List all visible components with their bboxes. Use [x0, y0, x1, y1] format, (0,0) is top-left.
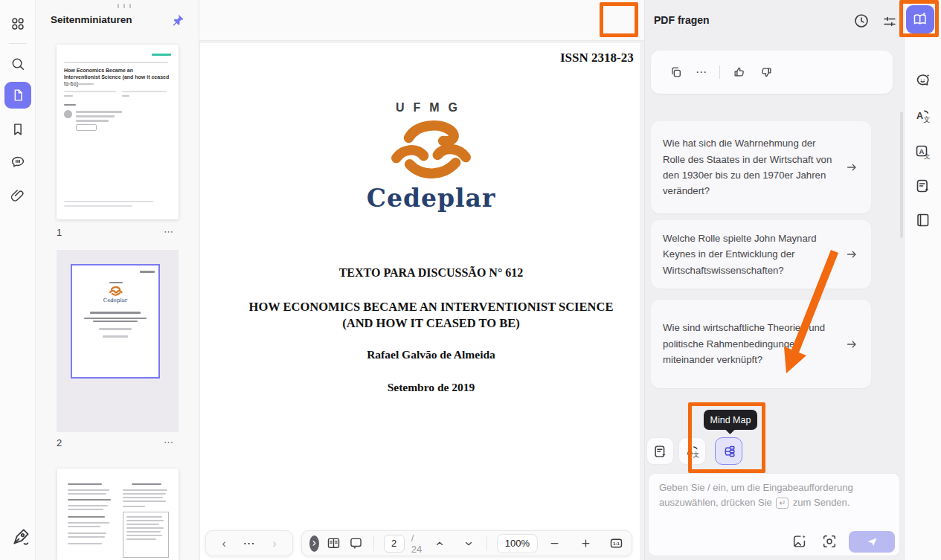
svg-text:文: 文: [924, 152, 931, 160]
thumbs-up-icon[interactable]: [732, 65, 747, 80]
panel-scrollbar[interactable]: [900, 112, 903, 238]
send-button[interactable]: [849, 531, 895, 553]
pdf-page[interactable]: ISSN 2318-23 UFMG Cedeplar TEXTO PARA DI…: [200, 43, 640, 560]
document-author: Rafael Galvão de Almeida: [222, 348, 640, 361]
sidebar-divider: [9, 43, 27, 44]
page-thumbnail-1[interactable]: How Economics Became an Interventionist …: [57, 45, 179, 219]
page-thumbnail-2-container[interactable]: Cedeplar: [57, 250, 179, 432]
page-thumbnail-3[interactable]: [57, 469, 179, 560]
document-university: UFMG: [222, 101, 640, 115]
page-down-icon[interactable]: [463, 538, 474, 549]
question-text: Welche Rolle spielte John Maynard Keynes…: [663, 231, 844, 278]
answer-actions-card: ⋯: [651, 51, 893, 94]
document-date: Setembro de 2019: [222, 381, 640, 394]
right-sidebar: A文 A文: [904, 0, 941, 560]
ai-chat-icon[interactable]: [914, 71, 932, 89]
actual-size-icon[interactable]: 1:1: [608, 535, 624, 551]
answer-more-icon[interactable]: ⋯: [696, 65, 707, 79]
zoom-in-icon[interactable]: [580, 538, 591, 549]
suggested-question-2[interactable]: Welche Rolle spielte John Maynard Keynes…: [651, 220, 871, 289]
svg-text:1:1: 1:1: [613, 541, 620, 546]
two-page-view-icon[interactable]: [326, 535, 341, 551]
cedeplar-logo: [222, 118, 640, 184]
thumb2-menu[interactable]: ⋯: [164, 437, 174, 448]
summarize-button[interactable]: [646, 437, 674, 465]
thumbnails-panel: Seitenminiaturen How Economics Became an…: [36, 0, 199, 560]
thumb1-menu[interactable]: ⋯: [164, 226, 174, 237]
arrow-right-icon[interactable]: [844, 337, 859, 352]
settings-sliders-icon[interactable]: [881, 13, 898, 30]
apps-grid-icon[interactable]: [4, 10, 31, 37]
nav-prev-icon[interactable]: ‹: [222, 538, 225, 550]
expand-toolbar-button[interactable]: [309, 535, 319, 552]
arrow-right-icon[interactable]: [844, 247, 859, 262]
sidebar-item-thumbnails[interactable]: [4, 82, 31, 109]
summarize-note-icon[interactable]: [914, 177, 932, 195]
attachments-icon[interactable]: [4, 182, 31, 209]
thumb2-page-number: 2: [57, 437, 62, 448]
page-number-input[interactable]: [384, 535, 405, 553]
thumbs-down-icon[interactable]: [759, 65, 774, 80]
mind-map-tooltip: Mind Map: [704, 410, 757, 430]
svg-text:A: A: [687, 446, 693, 455]
pen-icon[interactable]: [7, 524, 34, 550]
ask-pdf-panel: PDF fragen ⋯ Wie hat sich die Wahrnehmun…: [644, 0, 904, 560]
suggested-question-1[interactable]: Wie hat sich die Wahrnehmung der Rolle d…: [651, 121, 871, 213]
document-title-line1: HOW ECONOMICS BECAME AN INTERVENTIONIST …: [222, 300, 640, 315]
zoom-out-icon[interactable]: [549, 538, 560, 549]
document-logo-text: Cedeplar: [222, 184, 640, 213]
search-icon[interactable]: [4, 51, 31, 77]
prompt-input-box[interactable]: Geben Sie / ein, um die Eingabeaufforder…: [648, 473, 900, 556]
thumb2-logo-text: Cedeplar: [72, 297, 158, 303]
mind-map-button[interactable]: [715, 437, 742, 465]
comments-icon[interactable]: [4, 149, 31, 176]
thumb1-page-number: 1: [57, 227, 62, 238]
translate-button[interactable]: A文: [678, 437, 706, 465]
actions-divider: [719, 65, 720, 79]
svg-text:文: 文: [923, 115, 931, 123]
svg-text:文: 文: [693, 451, 699, 458]
page-thumbnail-2[interactable]: Cedeplar: [71, 264, 160, 379]
pin-icon[interactable]: [168, 10, 187, 30]
nav-more-icon[interactable]: ⋯: [243, 538, 256, 550]
thumbnails-panel-title: Seitenminiaturen: [51, 14, 132, 25]
page-nav-bar: ‹ ⋯ ›: [205, 530, 293, 556]
document-series: TEXTO PARA DISCUSSÃO N° 612: [222, 266, 640, 280]
bookmarks-icon[interactable]: [4, 116, 31, 143]
arrow-right-icon[interactable]: [844, 160, 859, 175]
screenshot-icon[interactable]: [821, 533, 838, 550]
add-image-icon[interactable]: [791, 533, 808, 550]
history-icon[interactable]: [852, 12, 870, 30]
toolbar-strip: [199, 0, 644, 41]
reader-book-icon[interactable]: [914, 211, 932, 229]
panel-drag-handle[interactable]: [118, 4, 131, 8]
nav-next-icon[interactable]: ›: [272, 538, 276, 550]
ask-pdf-toggle[interactable]: [906, 5, 934, 33]
translate-box-icon[interactable]: A文: [914, 143, 932, 161]
app-window: Seitenminiaturen How Economics Became an…: [0, 0, 941, 560]
left-sidebar: [0, 0, 36, 560]
page-up-icon[interactable]: [434, 538, 445, 549]
question-text: Wie hat sich die Wahrnehmung der Rolle d…: [663, 135, 844, 199]
view-controls-bar: / 24 100% 1:1: [301, 530, 632, 556]
enter-key-icon: ↵: [776, 498, 789, 509]
input-placeholder: Geben Sie / ein, um die Eingabeaufforder…: [659, 480, 890, 510]
svg-text:A: A: [916, 111, 923, 121]
document-title-line2: (AND HOW IT CEASED TO BE): [222, 316, 640, 331]
question-text: Wie sind wirtschaftliche Theorien und po…: [663, 320, 844, 367]
zoom-level-display[interactable]: 100%: [497, 534, 538, 553]
page-total-label: / 24: [411, 532, 422, 555]
copy-icon[interactable]: [669, 65, 684, 80]
presentation-mode-icon[interactable]: [348, 535, 364, 551]
panel-title: PDF fragen: [654, 14, 710, 26]
suggested-question-3[interactable]: Wie sind wirtschaftliche Theorien und po…: [651, 300, 871, 388]
translate-icon[interactable]: A文: [914, 107, 932, 125]
document-issn: ISSN 2318-23: [560, 51, 640, 65]
